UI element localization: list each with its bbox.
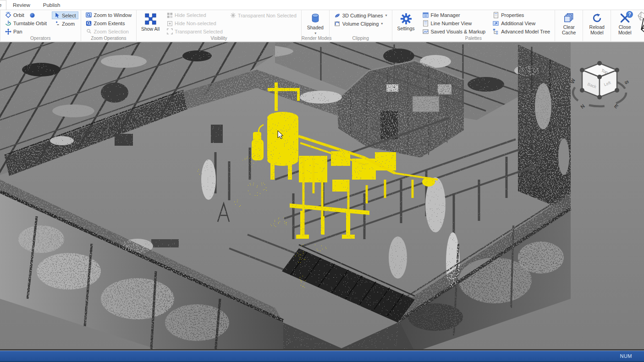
zoom-selection-label: Zoom Selection: [94, 29, 129, 34]
status-bar: NUM: [0, 351, 644, 362]
cutting-planes-button[interactable]: 3D Cutting Planes ▾: [332, 11, 390, 19]
zoom-selection-button[interactable]: Zoom Selection: [83, 27, 134, 35]
hide-selected-icon: [167, 12, 173, 18]
reload-model-button[interactable]: Reload Model: [585, 11, 608, 35]
hide-selected-label: Hide Selected: [175, 12, 206, 18]
file-manager-label: File Manager: [431, 12, 460, 18]
group-operators: Orbit Turntable Orbit Pan: [0, 10, 81, 41]
ribbon: Orbit Turntable Orbit Pan: [0, 10, 644, 42]
transparent-non-selected-label: Transparent Non Selected: [238, 13, 297, 18]
transparent-selected-icon: [167, 28, 173, 34]
palettes-caption: Palettes: [392, 36, 555, 41]
hide-non-selected-label: Hide Non-selected: [175, 21, 216, 26]
turntable-orbit-button[interactable]: Turntable Orbit: [3, 20, 49, 27]
operators-caption: Operators: [0, 36, 81, 41]
zoom-extents-button[interactable]: Zoom Extents: [83, 20, 134, 27]
saved-visuals-markup-icon: [423, 28, 429, 35]
tab-strip: e Review Publish: [0, 0, 644, 10]
clear-cache-icon: [563, 13, 575, 23]
orbit-icon: [5, 12, 11, 18]
cutting-planes-caret-icon[interactable]: ▾: [385, 13, 387, 17]
transparent-non-selected-button[interactable]: Transparent Non Selected: [228, 11, 299, 19]
volume-clipping-icon: [334, 21, 341, 27]
pan-button[interactable]: Pan: [3, 27, 49, 35]
settings-button[interactable]: Settings: [395, 11, 418, 35]
transparent-non-selected-icon: [230, 12, 236, 18]
additional-view-button[interactable]: Additional View: [490, 20, 552, 27]
hide-non-selected-icon: [167, 21, 173, 27]
zoom-label: Zoom: [62, 21, 75, 27]
advanced-model-tree-button[interactable]: Advanced Model Tree: [490, 27, 552, 35]
volume-clipping-label: Volume Clipping: [342, 21, 379, 27]
shaded-dropdown-caret-icon[interactable]: ▾: [314, 31, 316, 35]
properties-icon: [493, 12, 499, 18]
group-zoom-operations: Zoom to Window Zoom Extents Zoom Selecti…: [81, 10, 137, 41]
volume-clipping-caret-icon[interactable]: ▾: [381, 22, 383, 26]
saved-visuals-button[interactable]: Saved Visuals & Markup: [420, 27, 488, 35]
file-manager-icon: [423, 12, 429, 18]
help-icon[interactable]: ?: [626, 11, 633, 18]
reload-model-label: Reload Model: [586, 24, 608, 35]
zoom-extents-icon: [86, 20, 92, 27]
num-lock-indicator: NUM: [620, 353, 632, 359]
shaded-button[interactable]: Shaded ▾: [304, 11, 327, 35]
transparent-selected-label: Transparent Selected: [175, 29, 223, 34]
orbit-label: Orbit: [13, 12, 24, 18]
select-button[interactable]: Select: [52, 11, 78, 19]
advanced-model-tree-label: Advanced Model Tree: [501, 29, 550, 34]
line-number-view-button[interactable]: Line Number View: [420, 20, 488, 27]
tab-publish[interactable]: Publish: [37, 1, 67, 10]
turntable-orbit-label: Turntable Orbit: [13, 21, 47, 26]
additional-view-icon: [493, 20, 499, 27]
hide-non-selected-button[interactable]: Hide Non-selected: [165, 20, 225, 27]
render-modes-caption: Render Modes: [302, 36, 329, 41]
zoom-button[interactable]: Zoom: [52, 20, 78, 27]
operator-active-radio[interactable]: [30, 13, 35, 18]
tab-review[interactable]: Review: [6, 1, 37, 10]
pan-icon: [5, 28, 11, 35]
close-model-group: Close Model: [611, 10, 638, 41]
cutting-planes-label: 3D Cutting Planes: [342, 13, 383, 18]
clear-cache-group: Clear Cache: [555, 10, 583, 41]
zoom-operations-caption: Zoom Operations: [81, 36, 137, 41]
transparent-selected-button[interactable]: Transparent Selected: [165, 27, 225, 35]
volume-clipping-button[interactable]: Volume Clipping ▾: [332, 20, 390, 27]
line-number-view-icon: [423, 20, 429, 27]
select-label: Select: [62, 13, 76, 18]
show-all-label: Show All: [141, 26, 160, 32]
visibility-caption: Visibility: [137, 36, 301, 41]
shaded-label: Shaded: [307, 25, 324, 30]
advanced-model-tree-icon: [493, 28, 499, 35]
select-cursor-icon: [54, 12, 60, 18]
group-visibility: Show All Hide Selected Hide Non-selected: [136, 10, 301, 41]
cutting-planes-icon: [334, 12, 341, 19]
orbit-button[interactable]: Orbit: [3, 11, 49, 19]
settings-label: Settings: [397, 26, 415, 31]
pan-label: Pan: [13, 29, 22, 34]
clear-cache-label: Clear Cache: [558, 24, 580, 35]
group-render-modes: Shaded ▾ Render Modes: [301, 10, 329, 41]
properties-label: Properties: [501, 12, 524, 18]
reload-model-group: Reload Model: [583, 10, 611, 41]
hide-selected-button[interactable]: Hide Selected: [165, 11, 225, 19]
zoom-to-window-button[interactable]: Zoom to Window: [83, 11, 134, 19]
properties-button[interactable]: Properties: [490, 11, 552, 19]
show-all-button[interactable]: Show All: [139, 11, 162, 35]
right-tall-wall: [518, 44, 571, 213]
saved-visuals-label: Saved Visuals & Markup: [431, 29, 486, 34]
file-manager-button[interactable]: File Manager: [420, 11, 488, 19]
settings-gear-icon: [400, 13, 412, 25]
zoom-plus-icon: [54, 21, 60, 27]
close-model-label: Close Model: [614, 24, 636, 35]
clear-cache-button[interactable]: Clear Cache: [557, 11, 580, 35]
group-clipping: 3D Cutting Planes ▾ Volume Clipping ▾ Cl…: [329, 10, 392, 41]
group-palettes: Settings File Manager Line Nu: [392, 10, 555, 41]
zoom-extents-label: Zoom Extents: [94, 21, 125, 26]
tab-partial[interactable]: e: [0, 0, 6, 10]
clipping-caption: Clipping: [330, 36, 392, 41]
show-all-icon: [144, 13, 157, 25]
additional-view-label: Additional View: [501, 21, 535, 26]
line-number-view-label: Line Number View: [431, 21, 472, 26]
corner-glyph-icon: [637, 11, 644, 21]
viewport-3d[interactable]: Top Back Left W S N E: [0, 42, 644, 349]
